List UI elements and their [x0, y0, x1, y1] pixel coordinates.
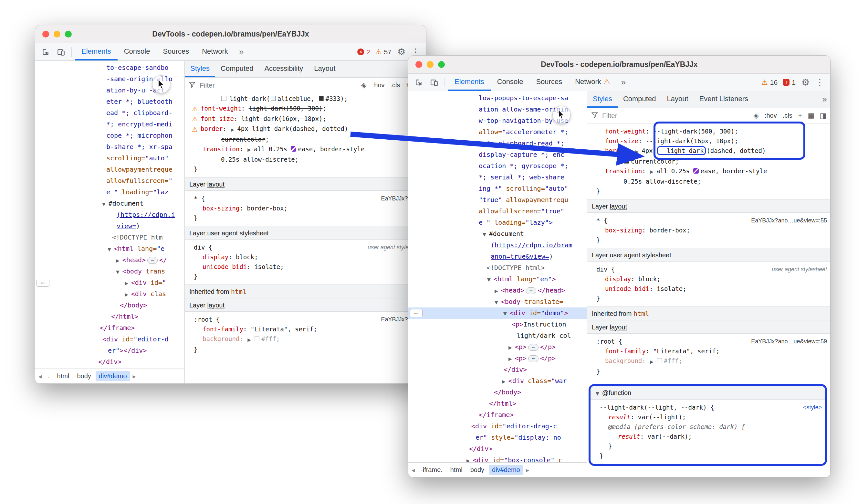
- dom-line[interactable]: allowfullscreen=": [35, 175, 185, 187]
- tr-icon[interactable]: [105, 367, 112, 369]
- tab-console[interactable]: Console: [117, 43, 157, 60]
- toggle-hov[interactable]: :hov: [372, 81, 385, 90]
- source-link[interactable]: EaYBJJx?ano…ue&view=:55: [751, 215, 827, 225]
- dock-side-icon[interactable]: [819, 112, 826, 120]
- tr-icon[interactable]: [247, 334, 254, 345]
- dom-line[interactable]: </html>: [35, 311, 185, 322]
- dom-line[interactable]: <html lang="en">: [408, 273, 587, 285]
- ell-icon[interactable]: [528, 344, 538, 351]
- menu-icon[interactable]: [815, 77, 824, 88]
- dom-line[interactable]: <head></head>: [408, 285, 587, 296]
- crumb-scroll-left-icon[interactable]: [410, 466, 417, 474]
- style-declaration[interactable]: 0.25s allow-discrete;: [185, 154, 426, 164]
- close-button[interactable]: [42, 31, 49, 38]
- dom-line[interactable]: <div id="editor-d: [35, 334, 185, 345]
- dom-line[interactable]: ead *; clipboard-: [35, 107, 185, 119]
- breadcrumb-item-div#demo[interactable]: div#demo: [96, 371, 130, 381]
- style-declaration[interactable]: light-dark(aliceblue, #333);: [185, 94, 426, 103]
- style-declaration[interactable]: @media (prefers-color-scheme: dark) {: [590, 422, 825, 432]
- style-declaration[interactable]: font-size: --light-dark(16px, 18px);: [587, 136, 830, 146]
- zoom-button[interactable]: [65, 31, 72, 38]
- td-icon[interactable]: [107, 243, 114, 255]
- device-toolbar-icon[interactable]: [54, 45, 68, 59]
- tab-computed[interactable]: Computed: [215, 61, 259, 77]
- dom-line[interactable]: </body>: [35, 300, 185, 311]
- function-section-header[interactable]: @function: [590, 386, 825, 400]
- toggle-cls[interactable]: .cls: [390, 81, 401, 90]
- titlebar[interactable]: DevTools - codepen.io/bramus/pen/EaYBJJx: [408, 56, 830, 74]
- ell-icon[interactable]: [528, 355, 538, 362]
- style-declaration[interactable]: }: [185, 164, 426, 174]
- dom-line[interactable]: <p></p>: [408, 353, 587, 364]
- style-declaration[interactable]: unicode-bidi: isolate;: [185, 262, 426, 272]
- more-edge-icon[interactable]: [37, 279, 49, 287]
- tr-icon[interactable]: [466, 455, 473, 462]
- grid-icon[interactable]: [808, 112, 814, 120]
- status-badge-warn[interactable]: 57: [375, 48, 392, 56]
- dom-line[interactable]: <html lang="e: [35, 243, 185, 254]
- tr-icon[interactable]: [230, 124, 237, 134]
- source-link[interactable]: <style>: [803, 403, 822, 412]
- tr-icon[interactable]: [124, 277, 131, 289]
- code-link[interactable]: anon=true&view=: [491, 252, 549, 260]
- dom-line[interactable]: eter *; bluetooth: [35, 96, 185, 107]
- dom-line[interactable]: <div class="war: [408, 375, 587, 387]
- breadcrumb-item-body[interactable]: body: [467, 465, 487, 475]
- dom-line[interactable]: <div clas: [35, 289, 185, 300]
- tr-icon[interactable]: [635, 146, 642, 157]
- dom-line[interactable]: <!DOCTYPE htm: [35, 232, 185, 243]
- dom-line[interactable]: ing *" scrolling="auto": [408, 183, 587, 194]
- style-declaration[interactable]: * {EaYBJJx?view=: [185, 194, 426, 203]
- devtools-window-front[interactable]: DevTools - codepen.io/bramus/pen/EaYBJJx…: [408, 55, 830, 477]
- styles-filter-input[interactable]: Filter: [200, 81, 215, 89]
- tab-styles[interactable]: Styles: [587, 91, 618, 108]
- ell-icon[interactable]: [147, 257, 158, 264]
- dom-line[interactable]: allow="accelerometer *;: [408, 127, 587, 138]
- dom-line[interactable]: *; encrypted-medi: [35, 119, 185, 130]
- tr-icon[interactable]: [124, 289, 131, 300]
- td-icon[interactable]: [486, 273, 494, 285]
- breadcrumb-item-html[interactable]: html: [447, 465, 466, 475]
- breadcrumb-item-div#demo[interactable]: div#demo: [489, 465, 523, 475]
- dom-line[interactable]: er" style="display: no: [408, 432, 587, 443]
- code-link[interactable]: (https://cdpn.i: [117, 211, 175, 219]
- dom-line[interactable]: -same-origin allo: [35, 73, 185, 85]
- style-declaration[interactable]: }: [185, 272, 426, 281]
- breadcrumb-item-body[interactable]: body: [74, 371, 94, 381]
- style-declaration[interactable]: unicode-bidi: isolate;: [587, 284, 830, 294]
- style-declaration[interactable]: :root {EaYBJJx?view=: [185, 314, 426, 324]
- dom-line[interactable]: <p>Instruction: [408, 319, 587, 330]
- style-declaration[interactable]: border: 4px --light-dark(dashed, dotted): [587, 146, 830, 157]
- crumb-scroll-right-icon[interactable]: [131, 372, 138, 380]
- dom-line[interactable]: <body trans: [35, 266, 185, 277]
- style-declaration[interactable]: --light-dark(--light, --dark) {<style>: [590, 403, 825, 412]
- style-declaration[interactable]: }: [590, 441, 825, 451]
- dom-line[interactable]: </div>: [35, 356, 185, 367]
- tr-icon[interactable]: [502, 375, 508, 387]
- status-badge-error[interactable]: 2: [357, 48, 370, 56]
- ell-icon[interactable]: [526, 288, 536, 294]
- tab-computed[interactable]: Computed: [618, 91, 662, 108]
- dom-line[interactable]: b-share *; xr-spa: [35, 141, 185, 153]
- td-icon[interactable]: [482, 228, 489, 240]
- dom-line[interactable]: view=): [35, 221, 185, 232]
- style-declaration[interactable]: }: [185, 213, 426, 223]
- dom-line[interactable]: ation-by-u -act: [35, 85, 185, 96]
- toggle-cls[interactable]: .cls: [782, 111, 793, 120]
- code-link[interactable]: EaYBJJx?ano…ue&view=:55: [751, 217, 827, 224]
- style-declaration[interactable]: }: [587, 366, 830, 376]
- tr-icon[interactable]: [494, 285, 501, 297]
- dom-line[interactable]: light/dark col: [408, 330, 587, 341]
- dom-line[interactable]: e " loading="lazy">: [408, 217, 587, 228]
- status-badge-warn[interactable]: 16: [762, 78, 777, 86]
- crumb-scroll-right-icon[interactable]: [524, 466, 531, 474]
- minimize-button[interactable]: [54, 31, 60, 38]
- close-button[interactable]: [415, 61, 422, 68]
- style-declaration[interactable]: font-weight: --light-dark(500, 300);: [587, 127, 830, 136]
- zoom-button[interactable]: [438, 61, 445, 68]
- tab-styles[interactable]: Styles: [185, 61, 215, 77]
- more-edge-icon[interactable]: [410, 309, 423, 317]
- style-declaration[interactable]: }: [590, 451, 825, 461]
- tab-layout[interactable]: Layout: [309, 61, 341, 77]
- tab-network[interactable]: Network: [195, 43, 235, 60]
